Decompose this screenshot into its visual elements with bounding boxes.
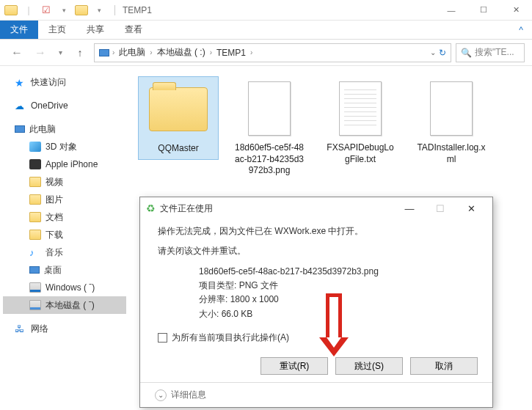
file-name: TADInstaller.log.xml xyxy=(411,142,492,169)
address-bar[interactable]: › 此电脑 › 本地磁盘 ( :) › TEMP1 › ⌄ ↻ xyxy=(94,43,451,62)
back-button[interactable]: ← xyxy=(7,43,26,62)
window-title: TEMP1 xyxy=(114,5,152,15)
window-titlebar: | ☑ ▾ ▾ TEMP1 — ☐ ✕ xyxy=(0,0,532,21)
drive-icon xyxy=(29,300,41,310)
folder-icon xyxy=(3,2,19,18)
file-item-png[interactable]: 18d60ef5-ce5f-48ac-b217-b4235d3972b3.png xyxy=(229,76,310,181)
file-name: FXSAPIDebugLogFile.txt xyxy=(320,142,401,169)
sidebar-item-local-drive[interactable]: 本地磁盘 ( ˉ) xyxy=(3,296,126,314)
chevron-right-icon: › xyxy=(250,48,252,56)
refresh-icon[interactable]: ↻ xyxy=(439,48,446,58)
sidebar-quick-access[interactable]: ★快速访问 xyxy=(3,73,126,91)
folder-icon xyxy=(29,194,41,205)
recycle-icon: ♻ xyxy=(146,202,156,214)
address-dropdown[interactable]: ⌄ xyxy=(430,48,436,56)
qat-dropdown[interactable]: ▾ xyxy=(56,2,72,18)
desktop-icon xyxy=(29,266,40,274)
file-item-txt[interactable]: FXSAPIDebugLogFile.txt xyxy=(320,76,401,169)
dialog-file-name: 18d60ef5-ce5f-48ac-b217-b4235d3972b3.png xyxy=(199,265,475,279)
sidebar-item-downloads[interactable]: 下载 xyxy=(3,226,126,244)
folder-icon xyxy=(29,212,41,222)
forward-button[interactable]: → xyxy=(31,43,50,62)
properties-icon[interactable]: ☑ xyxy=(38,2,54,18)
sidebar-item-music[interactable]: ♪音乐 xyxy=(3,244,126,261)
sidebar-item-documents[interactable]: 文档 xyxy=(3,208,126,226)
ribbon-tabs: 文件 主页 共享 查看 ^ xyxy=(0,21,532,40)
navigation-pane: ★快速访问 ☁OneDrive 此电脑 3D 对象 Apple iPhone 视… xyxy=(0,66,126,410)
cancel-button[interactable]: 取消 xyxy=(410,357,478,375)
dialog-message-1: 操作无法完成，因为文件已在 WXWork.exe 中打开。 xyxy=(158,225,475,238)
search-placeholder: 搜索"TE... xyxy=(475,46,514,59)
history-dropdown[interactable]: ▾ xyxy=(54,43,66,62)
folder-icon xyxy=(149,87,208,131)
sidebar-item-3d[interactable]: 3D 对象 xyxy=(3,138,126,155)
dialog-minimize-button[interactable]: — xyxy=(394,197,425,219)
dialog-apply-all-checkbox[interactable]: 为所有当前项目执行此操作(A) xyxy=(158,332,475,344)
sidebar-item-windows-drive[interactable]: Windows ( ˉ) xyxy=(3,279,126,296)
file-icon xyxy=(339,81,382,136)
network-icon: 🖧 xyxy=(15,323,26,334)
minimize-button[interactable]: — xyxy=(435,0,467,21)
sidebar-onedrive[interactable]: ☁OneDrive xyxy=(3,97,126,114)
sidebar-item-desktop[interactable]: 桌面 xyxy=(3,261,126,279)
folder-icon xyxy=(29,230,41,240)
breadcrumb-item[interactable]: 本地磁盘 ( :) xyxy=(154,46,208,59)
sidebar-item-pictures[interactable]: 图片 xyxy=(3,191,126,208)
chevron-right-icon: › xyxy=(150,48,152,56)
sidebar-item-iphone[interactable]: Apple iPhone xyxy=(3,155,126,173)
dialog-file-resolution: 分辨率: 1800 x 1000 xyxy=(199,293,475,307)
breadcrumb-item[interactable]: 此电脑 xyxy=(116,46,148,59)
file-icon xyxy=(430,81,473,136)
search-input[interactable]: 🔍 搜索"TE... xyxy=(456,43,525,62)
ribbon-tab-view[interactable]: 查看 xyxy=(114,21,153,39)
sidebar-item-videos[interactable]: 视频 xyxy=(3,173,126,191)
folder-icon xyxy=(29,177,41,187)
maximize-button[interactable]: ☐ xyxy=(467,0,500,21)
chevron-right-icon: › xyxy=(210,48,212,56)
file-name: QQMaster xyxy=(139,143,218,159)
dialog-file-type: 项目类型: PNG 文件 xyxy=(199,279,475,293)
skip-button[interactable]: 跳过(S) xyxy=(335,357,403,375)
dialog-details-toggle[interactable]: ⌄ 详细信息 xyxy=(140,382,492,407)
dialog-titlebar: ♻ 文件正在使用 — ☐ ✕ xyxy=(140,197,492,219)
chevron-right-icon: › xyxy=(112,48,114,56)
dialog-title-text: 文件正在使用 xyxy=(160,202,213,215)
dialog-close-button[interactable]: ✕ xyxy=(456,197,487,219)
file-name: 18d60ef5-ce5f-48ac-b217-b4235d3972b3.png xyxy=(229,142,310,181)
apple-icon xyxy=(29,159,41,169)
search-icon: 🔍 xyxy=(461,48,472,58)
chevron-down-icon: ⌄ xyxy=(155,389,167,401)
qat-overflow[interactable]: ▾ xyxy=(91,2,107,18)
sidebar-this-pc[interactable]: 此电脑 xyxy=(3,120,126,138)
onedrive-icon: ☁ xyxy=(15,100,26,111)
folder-icon-2 xyxy=(73,2,90,18)
file-icon xyxy=(248,81,291,136)
dialog-file-size: 大小: 66.0 KB xyxy=(199,307,475,321)
cube-icon xyxy=(29,142,41,152)
ribbon-tab-share[interactable]: 共享 xyxy=(76,21,114,39)
dialog-maximize-button: ☐ xyxy=(425,197,456,219)
ribbon-file-tab[interactable]: 文件 xyxy=(0,21,38,39)
pc-icon xyxy=(15,125,25,133)
up-button[interactable]: ↑ xyxy=(70,43,90,62)
checkbox-icon xyxy=(158,333,167,343)
retry-button[interactable]: 重试(R) xyxy=(260,357,328,375)
qat-separator: | xyxy=(21,2,37,18)
sidebar-network[interactable]: 🖧网络 xyxy=(3,320,126,337)
music-icon: ♪ xyxy=(29,247,41,257)
file-in-use-dialog: ♻ 文件正在使用 — ☐ ✕ 操作无法完成，因为文件已在 WXWork.exe … xyxy=(139,197,493,408)
star-icon: ★ xyxy=(15,77,26,87)
dialog-message-2: 请关闭该文件并重试。 xyxy=(158,245,475,257)
file-item-xml[interactable]: TADInstaller.log.xml xyxy=(411,76,492,169)
file-item-folder[interactable]: QQMaster xyxy=(138,76,219,160)
close-button[interactable]: ✕ xyxy=(500,0,532,21)
breadcrumb-item[interactable]: TEMP1 xyxy=(214,48,249,58)
ribbon-tab-home[interactable]: 主页 xyxy=(38,21,76,39)
navigation-bar: ← → ▾ ↑ › 此电脑 › 本地磁盘 ( :) › TEMP1 › ⌄ ↻ … xyxy=(0,40,532,66)
ribbon-help-icon[interactable]: ^ xyxy=(510,21,532,39)
pc-icon xyxy=(99,49,109,56)
drive-icon xyxy=(29,282,41,293)
